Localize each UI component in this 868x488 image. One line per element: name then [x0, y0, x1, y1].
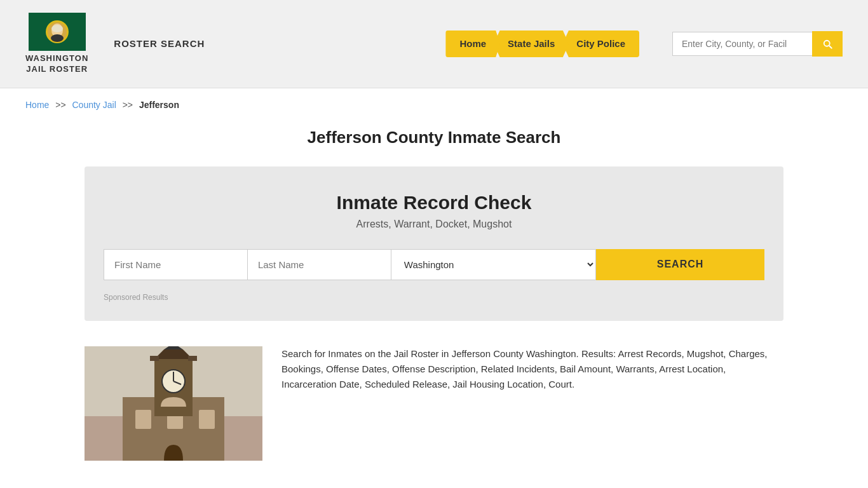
- breadcrumb-county-jail[interactable]: County Jail: [72, 100, 116, 110]
- roster-search-label: ROSTER SEARCH: [114, 38, 205, 49]
- breadcrumb: Home >> County Jail >> Jefferson: [25, 100, 843, 110]
- record-check-title: Inmate Record Check: [104, 192, 764, 214]
- building-image: [85, 346, 262, 461]
- header-search-button[interactable]: [812, 31, 843, 57]
- breadcrumb-home[interactable]: Home: [25, 100, 49, 110]
- nav-home[interactable]: Home: [445, 30, 500, 57]
- svg-rect-19: [188, 356, 197, 361]
- breadcrumb-sep2: >>: [123, 100, 133, 110]
- wa-flag-icon: [29, 13, 86, 51]
- sponsored-label: Sponsored Results: [104, 293, 764, 302]
- main-content: Jefferson County Inmate Search Inmate Re…: [0, 121, 868, 486]
- main-nav: Home State Jails City Police: [445, 30, 634, 57]
- breadcrumb-bar: Home >> County Jail >> Jefferson: [0, 88, 868, 121]
- record-check-box: Inmate Record Check Arrests, Warrant, Do…: [85, 166, 783, 321]
- info-section: Search for Inmates on the Jail Roster in…: [85, 340, 783, 461]
- svg-rect-11: [199, 410, 215, 429]
- header-search-area: [672, 31, 843, 57]
- svg-point-5: [51, 34, 64, 42]
- record-check-subtitle: Arrests, Warrant, Docket, Mugshot: [104, 219, 764, 230]
- page-title: Jefferson County Inmate Search: [25, 128, 843, 147]
- logo-link[interactable]: WASHINGTON JAIL ROSTER: [25, 13, 88, 75]
- info-text: Search for Inmates on the Jail Roster in…: [281, 346, 783, 461]
- breadcrumb-sep1: >>: [55, 100, 65, 110]
- logo-text: WASHINGTON JAIL ROSTER: [25, 53, 88, 75]
- header-search-input[interactable]: [672, 32, 812, 56]
- search-icon: [822, 38, 833, 50]
- search-form-row: Washington Alabama Alaska Arizona Califo…: [104, 249, 764, 280]
- state-select[interactable]: Washington Alabama Alaska Arizona Califo…: [391, 249, 596, 280]
- svg-point-4: [51, 25, 63, 32]
- nav-city-police[interactable]: City Police: [562, 30, 639, 57]
- svg-rect-18: [150, 356, 159, 361]
- first-name-input[interactable]: [104, 249, 248, 280]
- breadcrumb-current: Jefferson: [139, 100, 179, 110]
- nav-state-jails[interactable]: State Jails: [494, 30, 569, 57]
- last-name-input[interactable]: [248, 249, 391, 280]
- header: WASHINGTON JAIL ROSTER ROSTER SEARCH Hom…: [0, 0, 868, 88]
- svg-rect-9: [135, 410, 151, 429]
- search-main-button[interactable]: SEARCH: [596, 249, 764, 280]
